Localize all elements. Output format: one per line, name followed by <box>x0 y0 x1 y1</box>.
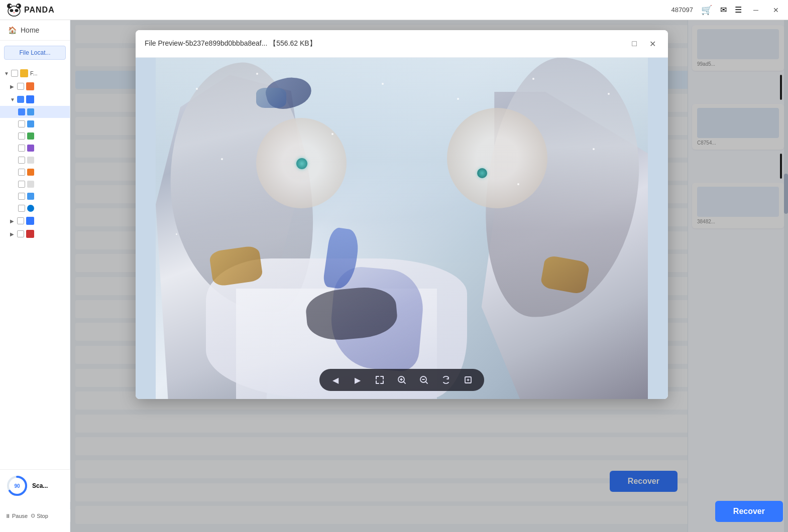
pause-icon: ⏸ <box>5 513 11 519</box>
mail-icon[interactable]: ✉ <box>720 5 727 15</box>
preview-image <box>156 58 648 399</box>
particle <box>382 83 384 85</box>
fullscreen-icon <box>375 375 384 384</box>
close-button[interactable]: ✕ <box>770 4 782 16</box>
title-bar: PANDА 487097 🛒 ✉ ☰ ─ ✕ <box>0 0 788 20</box>
folder-icon-blue <box>26 95 34 103</box>
fullscreen-button[interactable] <box>373 373 387 387</box>
tree-checkbox[interactable] <box>11 70 18 77</box>
tree-checkbox[interactable] <box>18 181 25 188</box>
teal-gem-2 <box>477 168 487 178</box>
modal-header: File Preview-5b237e899bd0bbba8eaf... 【55… <box>136 30 668 58</box>
folder-icon-music <box>26 230 34 238</box>
tree-item[interactable] <box>0 106 70 118</box>
rotate-button[interactable] <box>439 373 453 387</box>
tree-item[interactable] <box>0 118 70 130</box>
modal-maximize-button[interactable]: □ <box>628 37 641 50</box>
svg-point-3 <box>10 9 14 12</box>
svg-point-6 <box>10 5 12 7</box>
tree-checkbox[interactable] <box>17 83 24 90</box>
scan-controls: ⏸ Pause ⊙ Stop <box>0 509 70 522</box>
app-area: 🏠 Home File Locat... ▼ F... ▶ ▼ <box>0 20 788 532</box>
modal-close-button[interactable]: ✕ <box>646 37 659 50</box>
particle <box>331 133 333 135</box>
minimize-button[interactable]: ─ <box>750 4 762 16</box>
particle <box>221 158 223 160</box>
file-tree: ▼ F... ▶ ▼ <box>0 65 70 532</box>
tree-item[interactable]: ▶ <box>0 227 70 240</box>
zoom-in-button[interactable] <box>395 373 409 387</box>
particle <box>176 233 177 235</box>
tree-checkbox[interactable] <box>17 230 24 237</box>
tree-checkbox[interactable] <box>18 145 25 152</box>
tree-item[interactable]: ▶ <box>0 80 70 93</box>
next-image-button[interactable]: ▶ <box>351 373 365 387</box>
menu-icon[interactable]: ☰ <box>735 5 742 15</box>
tree-item[interactable] <box>0 190 70 202</box>
app-logo: PANDА <box>6 2 55 18</box>
tree-checkbox[interactable] <box>18 193 25 200</box>
tree-checkbox[interactable] <box>18 132 25 140</box>
sidebar-home[interactable]: 🏠 Home <box>0 20 70 41</box>
zoom-out-button[interactable] <box>417 373 431 387</box>
recover-button-overlay[interactable]: Recover <box>715 501 783 522</box>
tree-item[interactable]: ▶ <box>0 214 70 227</box>
particle <box>608 93 610 95</box>
cart-icon[interactable]: 🛒 <box>701 5 712 16</box>
file-icon-blue <box>27 120 34 127</box>
file-icon-white <box>27 157 34 164</box>
tree-item[interactable] <box>0 154 70 166</box>
tree-checkbox[interactable] <box>18 120 25 127</box>
teal-gem <box>296 158 307 169</box>
progress-percent: 90 <box>14 483 20 489</box>
panda-logo-icon <box>6 2 22 18</box>
tree-checkbox[interactable] <box>18 108 25 115</box>
scan-label: Sca... <box>32 482 48 489</box>
tree-item[interactable]: ▼ <box>0 93 70 106</box>
tree-checkbox[interactable] <box>18 205 25 212</box>
image-toolbar: ◀ ▶ <box>319 369 484 391</box>
fit-button[interactable] <box>461 373 475 387</box>
particle <box>457 98 459 100</box>
file-icon-edge <box>27 205 34 212</box>
tree-checkbox[interactable] <box>18 169 25 176</box>
svg-point-7 <box>17 5 19 7</box>
tree-arrow: ▶ <box>10 218 15 224</box>
progress-ring: 90 <box>6 475 28 497</box>
tree-checkbox[interactable] <box>17 217 24 224</box>
file-icon-blue2 <box>27 193 34 200</box>
tree-item[interactable]: ▼ F... <box>0 67 70 80</box>
prev-image-button[interactable]: ◀ <box>328 373 343 387</box>
tree-checkbox[interactable] <box>18 157 25 164</box>
file-icon-blue <box>27 108 34 115</box>
fit-icon <box>464 375 473 384</box>
tree-item[interactable] <box>0 178 70 190</box>
tree-checkbox[interactable] <box>17 96 24 103</box>
tree-arrow: ▶ <box>10 84 15 89</box>
tree-item[interactable] <box>0 142 70 154</box>
home-label: Home <box>21 26 39 34</box>
file-location-button[interactable]: File Locat... <box>4 46 66 60</box>
app-name-label: PANDА <box>24 6 55 15</box>
stop-button[interactable]: ⊙ Stop <box>31 512 48 519</box>
tree-arrow: ▼ <box>10 97 15 102</box>
tree-item-label: F... <box>30 70 38 76</box>
zoom-in-icon <box>397 375 406 384</box>
main-content: 99ad5... C8754... 38482... Recover <box>70 20 788 532</box>
tree-item[interactable] <box>0 202 70 214</box>
tree-item[interactable] <box>0 166 70 178</box>
svg-point-4 <box>15 9 19 12</box>
tree-arrow: ▶ <box>10 231 15 237</box>
blue-hat-2 <box>256 88 286 108</box>
tree-arrow: ▼ <box>4 71 9 76</box>
sidebar: 🏠 Home File Locat... ▼ F... ▶ ▼ <box>0 20 70 532</box>
file-preview-modal: File Preview-5b237e899bd0bbba8eaf... 【55… <box>136 30 668 399</box>
pause-button[interactable]: ⏸ Pause <box>5 513 28 519</box>
folder-icon-yellow <box>20 69 28 77</box>
file-icon-white2 <box>27 181 34 188</box>
particle <box>532 78 534 80</box>
title-bar-right: 487097 🛒 ✉ ☰ ─ ✕ <box>671 4 782 16</box>
stop-icon: ⊙ <box>31 512 35 519</box>
tree-item[interactable] <box>0 130 70 142</box>
file-icon-green <box>27 132 34 140</box>
